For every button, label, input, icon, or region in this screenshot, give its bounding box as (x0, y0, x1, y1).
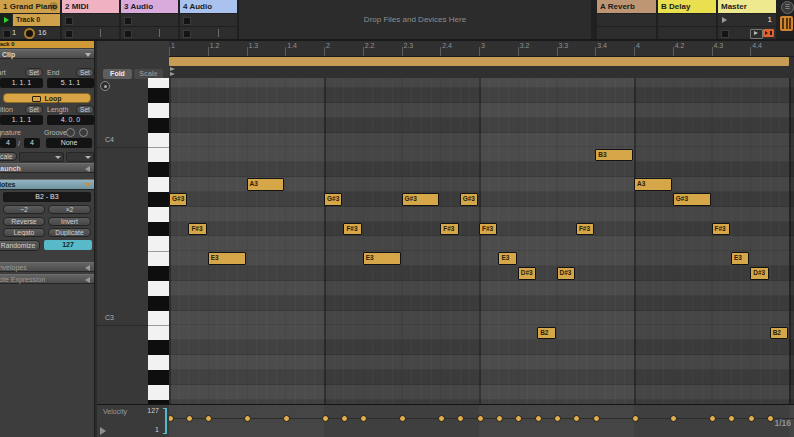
drop-zone[interactable]: Drop Files and Devices Here (239, 0, 591, 39)
velocity-marker[interactable] (573, 415, 580, 422)
midi-note-F#3[interactable]: F#3 (440, 223, 458, 236)
return-track-a-title[interactable]: A Reverb (597, 0, 656, 13)
clip-slot[interactable] (180, 27, 237, 39)
track-title-1[interactable]: 1 Grand Piano▾ (0, 0, 60, 13)
scale-mode-button[interactable]: Scale (0, 152, 17, 161)
clip-slot[interactable] (121, 14, 178, 26)
clip-play-button[interactable] (0, 14, 12, 26)
clip-start-marker-icon[interactable] (170, 67, 175, 71)
piano-key-C4[interactable] (148, 133, 169, 148)
midi-note-B3[interactable]: B3 (595, 149, 633, 162)
midi-note-F#3[interactable]: F#3 (479, 223, 497, 236)
envelopes-section-header[interactable]: Envelopes (0, 262, 94, 272)
piano-key-A2[interactable] (148, 355, 169, 370)
clip-track0[interactable]: Track 0 (13, 14, 60, 26)
stop-all-clips-icon[interactable] (721, 30, 729, 38)
velocity-marker[interactable] (205, 415, 212, 422)
velocity-marker[interactable] (477, 415, 484, 422)
piano-key-G#3[interactable] (148, 192, 169, 207)
fold-button[interactable]: Fold (103, 69, 132, 79)
velocity-marker[interactable] (535, 415, 542, 422)
piano-key-C#3[interactable] (148, 296, 169, 311)
midi-note-G#3[interactable]: G#3 (460, 193, 478, 206)
midi-note-B2[interactable]: B2 (770, 327, 788, 340)
velocity-marker[interactable] (283, 415, 290, 422)
clip-slot[interactable] (180, 14, 237, 26)
track-title-3[interactable]: 3 Audio (121, 0, 178, 13)
halve-time-button[interactable]: ÷2 (3, 205, 45, 214)
velocity-marker[interactable] (322, 415, 329, 422)
note-range-display[interactable]: B2 - B3 (3, 192, 91, 202)
beat-time-ruler[interactable]: 11.21.31.422.22.32.433.23.33.444.24.34.4 (169, 41, 794, 57)
piano-key-B3[interactable] (148, 147, 169, 162)
midi-note-E3[interactable]: E3 (363, 252, 401, 265)
piano-key-G2[interactable] (148, 385, 169, 400)
piano-keyboard[interactable] (148, 78, 170, 404)
start-value[interactable]: 1. 1. 1 (0, 78, 43, 88)
piano-key-F#3[interactable] (148, 222, 169, 237)
piano-key-C3[interactable] (148, 311, 169, 326)
clip-slot[interactable]: 116 (0, 27, 60, 39)
piano-key-D#3[interactable] (148, 266, 169, 281)
loop-brace[interactable] (169, 57, 789, 66)
loop-knob-icon[interactable] (24, 28, 35, 39)
preview-headphone-icon[interactable] (100, 81, 110, 91)
signature-numerator[interactable]: 4 (0, 138, 16, 148)
piano-key-A#2[interactable] (148, 340, 169, 355)
midi-note-G#3[interactable]: G#3 (324, 193, 342, 206)
notes-section-header[interactable]: Notes (0, 179, 94, 190)
velocity-marker[interactable] (632, 415, 639, 422)
clip-slot[interactable]: Track 0 (0, 14, 60, 26)
scale-name-dropdown[interactable] (66, 152, 94, 162)
track-title-4[interactable]: 4 Audio (180, 0, 237, 13)
scene-play-icon[interactable] (722, 17, 727, 23)
invert-button[interactable]: Invert (48, 217, 91, 226)
groove-commit-icon[interactable] (66, 128, 75, 137)
set-end-button[interactable]: Set (76, 68, 94, 77)
set-start-button[interactable]: Set (25, 68, 43, 77)
piano-key-D3[interactable] (148, 281, 169, 296)
midi-note-D#3[interactable]: D#3 (518, 267, 536, 280)
end-value[interactable]: 5. 1. 1 (47, 78, 94, 88)
double-time-button[interactable]: ×2 (48, 205, 91, 214)
clip-stop-icon[interactable] (183, 17, 191, 25)
clip-stop-icon[interactable] (65, 17, 73, 25)
length-value[interactable]: 4. 0. 0 (47, 115, 94, 125)
piano-key-G#2[interactable] (148, 370, 169, 385)
piano-key-B2[interactable] (148, 325, 169, 340)
launch-section-header[interactable]: Launch (0, 163, 94, 173)
mixer-view-icon[interactable] (780, 16, 793, 31)
velocity-marker[interactable] (341, 415, 348, 422)
back-to-arrangement-icon[interactable] (750, 29, 763, 39)
midi-note-F#3[interactable]: F#3 (576, 223, 594, 236)
piano-key-A#3[interactable] (148, 162, 169, 177)
signature-denominator[interactable]: 4 (24, 138, 40, 148)
midi-note-F#3[interactable]: F#3 (712, 223, 730, 236)
velocity-marker[interactable] (496, 415, 503, 422)
legato-button[interactable]: Legato (3, 228, 45, 237)
midi-note-E3[interactable]: E3 (208, 252, 246, 265)
velocity-lane[interactable]: 1/16 (169, 405, 794, 437)
midi-note-E3[interactable]: E3 (731, 252, 749, 265)
randomize-amount[interactable]: 127 (44, 240, 92, 250)
clip-title-bar[interactable]: Track 0 (0, 41, 94, 48)
clip-section-header[interactable]: Clip (0, 49, 94, 59)
velocity-marker[interactable] (709, 415, 716, 422)
scale-root-dropdown[interactable] (19, 152, 64, 162)
midi-note-B2[interactable]: B2 (537, 327, 555, 340)
follow-action-icon[interactable] (763, 29, 774, 37)
velocity-marker[interactable] (169, 415, 174, 422)
piano-key-E4[interactable] (148, 78, 169, 88)
return-track-b-title[interactable]: B Delay (658, 0, 716, 13)
track-title-2[interactable]: 2 MIDI (62, 0, 119, 13)
piano-key-C#4[interactable] (148, 118, 169, 133)
midi-note-G#3[interactable]: G#3 (673, 193, 711, 206)
velocity-marker[interactable] (186, 415, 193, 422)
velocity-marker[interactable] (438, 415, 445, 422)
piano-key-E3[interactable] (148, 251, 169, 266)
piano-key-D4[interactable] (148, 103, 169, 118)
loop-start-marker-icon[interactable] (170, 72, 175, 76)
position-value[interactable]: 1. 1. 1 (0, 115, 43, 125)
master-track-title[interactable]: Master (718, 0, 776, 13)
velocity-marker[interactable] (399, 415, 406, 422)
